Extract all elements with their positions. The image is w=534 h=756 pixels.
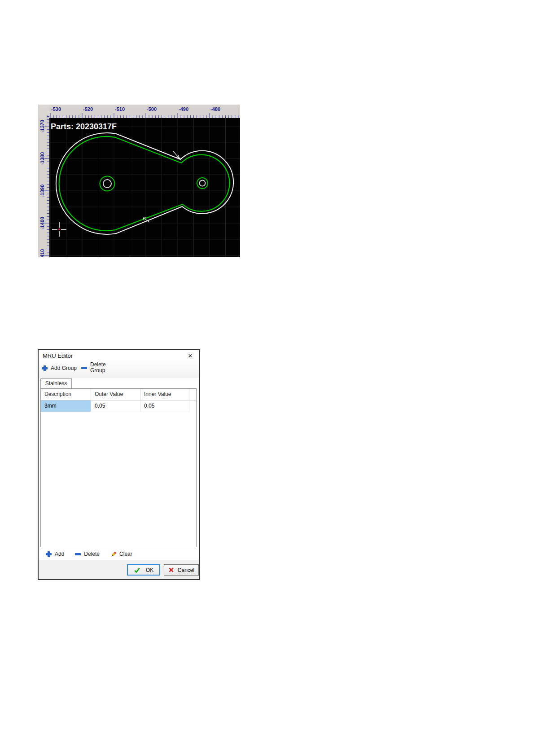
minus-icon	[81, 367, 87, 369]
clear-label: Clear	[119, 551, 132, 557]
ruler-label: -500	[147, 106, 157, 112]
ok-button[interactable]: OK	[127, 564, 160, 576]
ruler-label: -490	[179, 106, 188, 112]
clear-button[interactable]: Clear	[110, 551, 132, 558]
ruler-label: -1370	[39, 120, 45, 132]
ruler-label: -1380	[39, 152, 45, 165]
tab-stainless[interactable]: Stainless	[40, 378, 72, 388]
close-button[interactable]: ✕	[185, 351, 196, 360]
cad-viewer-svg: -530 -520 -510 -500 -490 -480 -1370 -138…	[38, 105, 240, 257]
add-group-button[interactable]: Add Group	[42, 365, 77, 371]
inner-value-cell[interactable]: 0.05	[140, 400, 189, 412]
parts-label: Parts: 20230317F	[51, 122, 117, 131]
ruler-label: -480	[210, 106, 220, 112]
ruler-label: -530	[51, 106, 61, 112]
minus-icon	[75, 553, 81, 555]
delete-button[interactable]: Delete	[75, 551, 100, 557]
close-icon: ✕	[188, 352, 193, 359]
drawing-canvas[interactable]	[49, 118, 240, 257]
add-button[interactable]: Add	[46, 551, 64, 557]
crosshair-dot	[58, 229, 60, 230]
add-label: Add	[55, 551, 64, 557]
description-cell[interactable]: 3mm	[41, 400, 91, 412]
cad-viewer: -530 -520 -510 -500 -490 -480 -1370 -138…	[38, 105, 240, 257]
column-header-description[interactable]: Description	[41, 389, 91, 400]
x-icon	[168, 567, 174, 573]
table-header: Description Outer Value Inner Value	[41, 389, 196, 400]
row-toolbar: Add Delete Clear	[39, 548, 199, 560]
column-header-filler	[189, 389, 196, 400]
plus-icon	[42, 365, 48, 371]
plus-icon	[46, 551, 52, 557]
delete-group-button[interactable]: Delete Group	[81, 362, 106, 374]
row-filler	[189, 400, 196, 412]
column-header-inner-value[interactable]: Inner Value	[140, 389, 189, 400]
cancel-button[interactable]: Cancel	[164, 564, 199, 576]
ruler-label: -1400	[39, 217, 45, 229]
group-toolbar: Add Group Delete Group	[39, 360, 199, 378]
ruler-label: -520	[83, 106, 93, 112]
table-row: 3mm 0.05 0.05	[41, 400, 196, 412]
mru-table: Description Outer Value Inner Value 3mm …	[40, 388, 197, 547]
dialog-title: MRU Editor	[43, 352, 73, 359]
mru-editor-dialog: MRU Editor ✕ Add Group Delete Group Stai…	[38, 349, 200, 580]
ruler-label: -1410	[39, 249, 45, 257]
ruler-corner	[38, 105, 49, 118]
delete-label: Delete	[84, 551, 100, 557]
add-group-label: Add Group	[51, 365, 77, 371]
ok-label: OK	[146, 567, 153, 573]
ruler-label: -1390	[39, 185, 45, 197]
cancel-label: Cancel	[178, 567, 194, 573]
dialog-button-bar: OK Cancel	[39, 560, 199, 579]
ruler-label: -510	[115, 106, 125, 112]
clear-pencil-icon	[110, 551, 117, 558]
delete-group-label: Delete Group	[90, 362, 106, 374]
column-header-outer-value[interactable]: Outer Value	[91, 389, 140, 400]
outer-value-cell[interactable]: 0.05	[91, 400, 140, 412]
check-icon	[134, 567, 140, 573]
